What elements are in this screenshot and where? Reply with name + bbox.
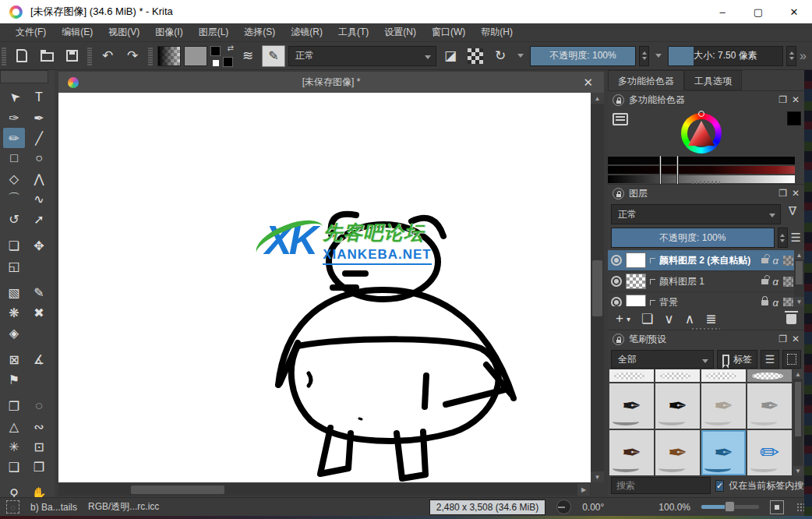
- tool-calligraphy[interactable]: ✒: [28, 108, 50, 128]
- layers-scroll-thumb[interactable]: [796, 261, 803, 284]
- brush-preset-thumbnail[interactable]: ✒: [609, 430, 654, 475]
- gradient-swatch-button[interactable]: [157, 46, 181, 66]
- default-colors[interactable]: [213, 60, 219, 66]
- layer-lock-icon[interactable]: [761, 279, 768, 284]
- tool-line[interactable]: ╱: [28, 128, 50, 148]
- swap-colors-icon[interactable]: ⇄: [228, 44, 234, 52]
- tags-button[interactable]: 标签: [717, 350, 757, 369]
- vertical-scrollbar[interactable]: ▲ ▼: [591, 93, 604, 482]
- tool-colorize-mask[interactable]: ❋: [3, 302, 25, 323]
- tool-text[interactable]: T: [28, 87, 50, 108]
- document-size-info[interactable]: 2,480 x 3,508 (34.6 MiB): [429, 500, 545, 515]
- tool-transform[interactable]: ❏: [3, 235, 25, 256]
- float-docker-icon[interactable]: ❐: [778, 94, 787, 105]
- zoom-slider[interactable]: [701, 505, 759, 509]
- float-docker-icon[interactable]: ❐: [778, 334, 787, 344]
- tool-magnetic-select[interactable]: ⊡: [28, 436, 50, 457]
- gradient-bar-1[interactable]: [608, 157, 795, 164]
- tool-crop[interactable]: ◱: [3, 256, 25, 276]
- brush-preset-thumbnail[interactable]: ✒: [655, 383, 700, 429]
- maximize-button[interactable]: ▢: [740, 0, 776, 23]
- layer-row-paint-layer-1[interactable]: 颜料图层 1 α: [608, 271, 804, 292]
- layer-row-background[interactable]: 背景 α: [608, 292, 804, 306]
- tool-color-sampler[interactable]: ✎: [28, 282, 50, 302]
- current-brush-info[interactable]: b) Ba...tails: [30, 502, 77, 513]
- layer-visibility-icon[interactable]: [611, 255, 622, 266]
- gradient-handle[interactable]: [676, 155, 679, 186]
- vertical-scroll-thumb[interactable]: [592, 260, 602, 316]
- tool-reference-images[interactable]: ⚑: [3, 369, 25, 390]
- foreground-background-colors[interactable]: ⇄: [210, 45, 234, 67]
- tool-ellipse-select[interactable]: ◌: [28, 396, 50, 416]
- layer-visibility-icon[interactable]: [611, 276, 622, 287]
- toolbar-grip[interactable]: [148, 47, 153, 65]
- blending-mode-combo[interactable]: 正常: [288, 46, 436, 66]
- inherit-alpha-icon[interactable]: [783, 298, 793, 307]
- tool-bezier-curve[interactable]: ⌒: [3, 189, 25, 209]
- scroll-up-icon[interactable]: ▲: [793, 369, 803, 379]
- brush-preset-thumbnail[interactable]: [747, 369, 792, 382]
- menu-file[interactable]: 文件(F): [8, 23, 54, 42]
- scroll-up-icon[interactable]: ▲: [794, 250, 804, 260]
- brush-preset-thumbnail-selected[interactable]: ✒: [701, 430, 746, 475]
- redo-button[interactable]: ↷: [122, 45, 143, 67]
- gradient-bar-2[interactable]: [608, 166, 795, 174]
- layer-visibility-icon[interactable]: [611, 297, 622, 306]
- color-triangle[interactable]: [688, 121, 715, 146]
- reload-preset-button[interactable]: ↻: [489, 45, 511, 67]
- close-docker-icon[interactable]: ✕: [792, 94, 800, 105]
- new-document-button[interactable]: [11, 45, 33, 67]
- tool-multibrush[interactable]: ➚: [28, 209, 50, 229]
- layer-options-menu-icon[interactable]: ☰: [791, 231, 801, 245]
- scroll-right-icon[interactable]: ▶: [577, 484, 590, 496]
- menu-filter[interactable]: 滤镜(R): [283, 23, 330, 42]
- layer-row-paint-layer-2[interactable]: 颜料图层 2 (来自粘贴) α: [608, 250, 804, 271]
- color-profile-info[interactable]: RGB/透明...rc.icc: [88, 500, 159, 514]
- selection-mode-icon[interactable]: ◌: [6, 500, 19, 514]
- tool-ellipse[interactable]: ○: [28, 148, 50, 168]
- tool-freehand-select[interactable]: ∾: [28, 416, 50, 436]
- add-layer-caret-icon[interactable]: ▾: [627, 315, 630, 323]
- layer-blending-mode-combo[interactable]: 正常: [611, 204, 781, 224]
- scroll-down-icon[interactable]: ▼: [591, 471, 604, 482]
- scroll-up-icon[interactable]: ▲: [591, 93, 604, 104]
- horizontal-scrollbar[interactable]: [58, 484, 591, 496]
- layer-name[interactable]: 颜料图层 1: [659, 275, 757, 288]
- gradient-handle[interactable]: [659, 155, 662, 186]
- brush-scroll-thumb[interactable]: [795, 382, 801, 436]
- brush-size-slider[interactable]: 大小: 7.50 像素: [668, 46, 783, 66]
- layer-filter-button[interactable]: ∇: [784, 204, 801, 221]
- docker-lock-icon[interactable]: [613, 334, 624, 345]
- move-layer-down-button[interactable]: ∨: [664, 311, 673, 327]
- brush-preset-thumbnail[interactable]: [609, 369, 654, 382]
- opacity-spinner[interactable]: [639, 46, 649, 66]
- toolbar-grip[interactable]: [2, 47, 6, 65]
- menu-help[interactable]: 帮助(H): [473, 23, 521, 42]
- brush-filter-combo[interactable]: 全部: [611, 350, 714, 369]
- tool-gradient[interactable]: ▧: [3, 282, 25, 302]
- choose-brush-preset-button[interactable]: ≋: [237, 45, 259, 67]
- tab-tool-options[interactable]: 工具选项: [684, 70, 742, 90]
- reload-dropdown-icon[interactable]: [517, 54, 524, 58]
- brush-preset-thumbnail[interactable]: [655, 369, 700, 382]
- tab-advanced-color-selector[interactable]: 多功能拾色器: [608, 70, 684, 90]
- close-docker-icon[interactable]: ✕: [792, 188, 800, 199]
- menu-edit[interactable]: 编辑(E): [54, 23, 101, 42]
- brush-preset-thumbnail[interactable]: ✒: [701, 383, 746, 429]
- search-scope-checkbox[interactable]: ✓: [715, 480, 724, 492]
- tool-polyline[interactable]: ⋀: [28, 168, 50, 189]
- tool-outline-select[interactable]: ❒: [28, 457, 50, 477]
- alpha-lock-icon[interactable]: α: [773, 276, 778, 288]
- brush-preset-thumbnail[interactable]: ✒: [609, 383, 654, 429]
- alpha-lock-icon[interactable]: α: [773, 297, 778, 307]
- menu-select[interactable]: 选择(S): [236, 23, 283, 42]
- tool-freehand-brush[interactable]: ✏: [3, 128, 25, 148]
- undo-button[interactable]: ↶: [97, 45, 118, 67]
- layer-thumbnail[interactable]: [626, 274, 646, 289]
- tool-move[interactable]: ✥: [28, 235, 50, 256]
- preserve-alpha-button[interactable]: [464, 45, 486, 67]
- tool-dynamic-brush[interactable]: ↺: [3, 209, 25, 229]
- docker-lock-icon[interactable]: [613, 188, 624, 199]
- canvas[interactable]: XK 先客吧论坛 XIANKEBA.NET: [58, 93, 591, 482]
- toolbar-grip[interactable]: [87, 47, 92, 65]
